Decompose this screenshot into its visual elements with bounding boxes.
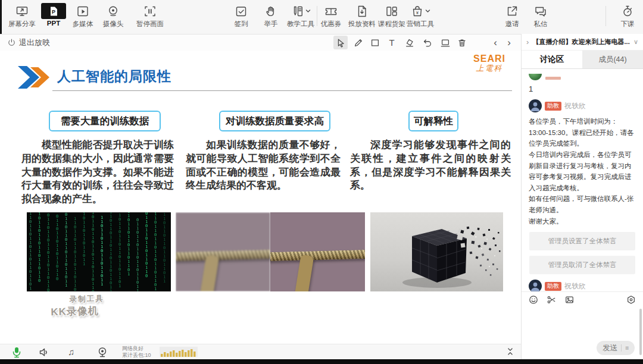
webcam-icon (96, 346, 108, 358)
presentation-toolbar-row: 退出放映 T ‹ › (0, 34, 521, 51)
cursor-icon (335, 37, 346, 48)
chat-message-list[interactable]: 1 助教 祝轶欣 各位学员，下午培训时间为：13:00-15:30。课程已经开始… (522, 69, 643, 291)
course-shelf-icon (385, 3, 398, 19)
toolbar-media-button[interactable]: 多媒体 (66, 3, 99, 29)
paragraph-2: 如果训练数据的质量不够好，就可能导致人工智能系统学到不全面或不正确的模型，可能会… (186, 139, 341, 193)
screen-share-icon (15, 3, 29, 19)
rope-comparison-image (176, 212, 365, 291)
tool-undo[interactable] (420, 36, 435, 49)
keyword-box-2: 对训练数据质量要求高 (219, 111, 330, 131)
prev-slide-button[interactable]: ‹ (488, 36, 502, 49)
scissors-icon (547, 295, 556, 305)
toolbar-ppt-button[interactable]: P PPT (37, 3, 70, 27)
collapse-panel-button[interactable] (505, 346, 516, 357)
window-edge (0, 0, 2, 34)
avatar (529, 74, 542, 80)
avatar (529, 280, 542, 291)
tab-members[interactable]: 成员(44) (582, 51, 643, 68)
chat-settings-button[interactable] (626, 295, 636, 305)
next-slide-button[interactable]: › (502, 36, 516, 49)
chat-input-area[interactable] (522, 307, 643, 340)
tab-discussion[interactable]: 讨论区 (522, 51, 582, 68)
seari-logo: SEARI 上電科 (473, 54, 505, 72)
send-options-icon[interactable]: = (625, 345, 629, 352)
trash-icon (457, 37, 467, 48)
tool-cursor[interactable] (333, 36, 348, 49)
board-icon (440, 37, 451, 48)
partial-message-row (529, 74, 636, 80)
smiley-icon (529, 295, 538, 305)
title-underline (52, 90, 512, 91)
toolbar-camera-button[interactable]: 摄像头 (96, 3, 130, 29)
end-class-icon (621, 3, 634, 19)
speaker-button[interactable] (38, 346, 50, 358)
toolbar-marketing-button[interactable]: ¥ 营销工具 (403, 3, 438, 29)
title-chevrons-icon (18, 66, 56, 89)
send-row: 发送 = (522, 340, 643, 361)
pencil-icon (353, 37, 364, 48)
network-bars-chart (160, 347, 198, 357)
chat-message-text: 各位学员，下午培训时间为：13:00-15:30。课程已经开始，请各位学员完成签… (529, 116, 636, 227)
screenshot-button[interactable] (547, 295, 556, 305)
toolbar-screen-share-button[interactable]: 屏幕分享 (5, 3, 39, 29)
toolbar-dm-button[interactable]: 私信 (524, 3, 557, 29)
matrix-code-image: 0 1 1 0 1 1 0 1 1 0 1 1 0 1 1 0 1 1 0 1 … (27, 212, 171, 291)
music-button[interactable]: ♫ (68, 347, 74, 357)
pause-screen-icon (143, 3, 157, 19)
toolbar-end-class-button[interactable]: 下课 (611, 3, 643, 29)
microphone-button[interactable] (11, 346, 23, 358)
paragraph-1: 模型性能能否提升取决于训练用的数据集的大小，因此通常需要大量的数据作为支撑。如果… (21, 139, 174, 206)
message-header: 助教 祝轶欣 (529, 280, 636, 291)
eraser-icon (404, 37, 415, 48)
rope-image-blurred-half (176, 212, 270, 291)
chevron-down-icon (305, 8, 311, 14)
sender-name: 祝轶欣 (564, 281, 586, 291)
keyword-box-1: 需要大量的训练数据 (49, 111, 161, 131)
emoji-button[interactable] (529, 295, 538, 305)
network-status: 网络良好 累计丢包:10 (122, 346, 151, 359)
assistant-badge: 助教 (545, 282, 561, 291)
tool-rectangle[interactable] (368, 36, 382, 49)
paragraph-3: 深度学习能够发现事件之间的关联性，建立事件之间的映射关系，但是深度学习不能解释因… (350, 139, 511, 193)
tool-pencil[interactable] (351, 36, 366, 49)
send-button-divider (621, 344, 622, 352)
music-note-icon: ♫ (68, 347, 74, 357)
toolbar-sign-in-button[interactable]: 签到 (224, 3, 258, 29)
text-tool-icon: T (389, 37, 394, 48)
send-button[interactable]: 发送 = (597, 341, 635, 355)
unmute-notice: 管理员取消了全体禁言 (529, 256, 635, 274)
chevron-down-icon[interactable]: ∨ (633, 38, 638, 46)
image-upload-button[interactable] (564, 295, 575, 305)
rectangle-icon (370, 37, 380, 48)
undo-icon (422, 37, 433, 48)
status-bar: ♫ 网络良好 累计丢包:10 (0, 344, 521, 360)
message-header: 助教 祝轶欣 (529, 99, 636, 112)
svg-text:P: P (52, 9, 55, 15)
disintegrating-cube-image (370, 212, 503, 291)
svg-text:¥: ¥ (416, 10, 419, 14)
toolbar-coupon-button[interactable]: 优惠券 (314, 3, 348, 29)
webcam-button[interactable] (96, 346, 108, 358)
speaker-icon (38, 346, 50, 358)
tool-board[interactable] (438, 36, 452, 49)
invite-icon (505, 3, 519, 19)
toolbar-teaching-tools-button[interactable]: 教学工具 (284, 3, 317, 29)
tool-trash[interactable] (455, 36, 469, 49)
tool-text[interactable]: T (385, 36, 399, 49)
chevron-left-icon: ‹ (494, 37, 497, 48)
toolbar-raise-hand-button[interactable]: 举手 (254, 3, 288, 29)
toolbar-pause-button[interactable]: 暂停画面 (132, 3, 168, 29)
sidebar-scrollbar[interactable] (639, 309, 642, 355)
camera-icon (107, 3, 120, 19)
badge-remnant (545, 77, 561, 80)
collapse-icon (505, 346, 516, 357)
gear-icon (626, 295, 636, 305)
exit-presentation-button[interactable]: 退出放映 (7, 36, 50, 49)
avatar (529, 99, 542, 112)
mute-notice: 管理员设置了全体禁言 (529, 232, 635, 250)
sign-in-icon (235, 3, 248, 19)
materials-icon (355, 3, 369, 19)
recorder-watermark: 录制工具 KK录像机 (50, 294, 104, 319)
tool-eraser[interactable] (402, 36, 417, 49)
chat-sidebar: › 【直播介绍】欢迎来到上海电器... ∨ 讨论区 成员(44) 1 助教 祝轶… (521, 34, 643, 359)
